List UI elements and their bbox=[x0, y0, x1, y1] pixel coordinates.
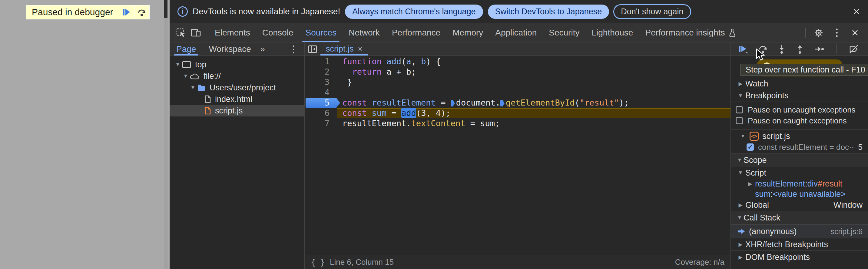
switch-to-japanese-button[interactable]: Switch DevTools to Japanese bbox=[488, 4, 609, 19]
page-scrollbar[interactable] bbox=[164, 0, 168, 269]
line-number-1[interactable]: 1 bbox=[305, 56, 337, 67]
section-scope[interactable]: ▼ Scope bbox=[731, 153, 868, 167]
devtools-close-icon[interactable] bbox=[847, 25, 863, 41]
scope-var-result-element[interactable]: ▶ resultElement : div #result bbox=[731, 179, 868, 189]
scope-script-group[interactable]: ▼ Script bbox=[731, 167, 868, 179]
language-infobar: i DevTools is now available in Japanese!… bbox=[169, 0, 868, 23]
tab-elements[interactable]: Elements bbox=[209, 23, 256, 42]
page-scrollbar-thumb[interactable] bbox=[164, 0, 167, 18]
paused-badge-label: Paused in debugger bbox=[26, 5, 119, 19]
tab-console[interactable]: Console bbox=[256, 23, 300, 42]
chevron-down-icon[interactable]: ▼ bbox=[182, 73, 190, 79]
chevron-down-icon[interactable]: ▼ bbox=[189, 85, 197, 91]
breakpoint-entry[interactable]: ✓ const resultElement = doc⋯ 5 bbox=[731, 141, 868, 153]
collapse-sidebar-icon[interactable] bbox=[305, 43, 320, 56]
tab-lighthouse[interactable]: Lighthouse bbox=[585, 23, 639, 42]
chevron-down-icon[interactable]: ▼ bbox=[736, 170, 745, 176]
tab-application[interactable]: Application bbox=[489, 23, 543, 42]
code-token: resultElement. bbox=[342, 118, 411, 128]
chevron-right-icon[interactable]: ▶ bbox=[736, 81, 745, 87]
toolbar-separator-right bbox=[805, 28, 806, 38]
chevron-right-icon[interactable]: ▶ bbox=[736, 241, 745, 248]
code-text-3[interactable]: } bbox=[337, 77, 731, 87]
tree-item-project-folder[interactable]: ▼ Users/user/project bbox=[169, 82, 304, 93]
chevron-right-icon[interactable]: ▶ bbox=[736, 202, 745, 208]
section-watch-label: Watch bbox=[745, 79, 768, 88]
code-text-1[interactable]: function add(a, b) { bbox=[337, 56, 731, 67]
tab-sources[interactable]: Sources bbox=[299, 23, 343, 42]
chevron-down-icon[interactable]: ▼ bbox=[174, 61, 182, 68]
tree-item-top[interactable]: ▼ top bbox=[169, 59, 304, 70]
code-token: = bbox=[386, 108, 401, 118]
chevron-down-icon[interactable]: ▼ bbox=[736, 215, 744, 221]
section-call-stack[interactable]: ▼ Call Stack bbox=[731, 211, 868, 225]
tree-label: index.html bbox=[215, 95, 252, 104]
tab-memory[interactable]: Memory bbox=[446, 23, 489, 42]
code-text-5[interactable]: const resultElement = document.getElemen… bbox=[337, 98, 731, 108]
code-editor[interactable]: 1function add(a, b) {2 return a + b;3 }4… bbox=[305, 56, 731, 255]
code-text-2[interactable]: return a + b; bbox=[337, 67, 731, 77]
navigator-menu-icon[interactable]: ⋮ bbox=[287, 43, 300, 55]
line-number-7[interactable]: 7 bbox=[305, 118, 337, 129]
pretty-print-icon[interactable]: { } bbox=[311, 258, 325, 267]
checkbox-unchecked-icon[interactable] bbox=[736, 117, 743, 124]
chevron-down-icon[interactable]: ▼ bbox=[736, 157, 744, 163]
step-button[interactable] bbox=[814, 45, 824, 53]
section-watch[interactable]: ▶ Watch bbox=[731, 78, 868, 90]
navigator-tab-page[interactable]: Page bbox=[174, 43, 198, 55]
deactivate-breakpoints-button[interactable] bbox=[848, 44, 859, 54]
code-line-2: 2 return a + b; bbox=[305, 67, 731, 77]
more-options-icon[interactable] bbox=[829, 25, 844, 41]
line-number-2[interactable]: 2 bbox=[305, 67, 337, 77]
inspect-element-icon[interactable] bbox=[173, 25, 188, 41]
code-text-7[interactable]: resultElement.textContent = sum; bbox=[337, 118, 731, 129]
tab-performance-insights[interactable]: Performance insights bbox=[639, 23, 742, 42]
section-dom-breakpoints[interactable]: ▶ DOM Breakpoints bbox=[731, 251, 868, 264]
editor-tab-close-icon[interactable]: × bbox=[358, 44, 363, 54]
step-out-button[interactable] bbox=[796, 44, 804, 54]
chevron-down-icon[interactable]: ▼ bbox=[738, 133, 748, 139]
device-toolbar-icon[interactable] bbox=[188, 25, 204, 41]
section-breakpoints[interactable]: ▼ Breakpoints bbox=[731, 90, 868, 102]
inline-breakpoint-marker[interactable] bbox=[500, 100, 504, 106]
code-text-4[interactable] bbox=[337, 87, 731, 98]
scope-separator: : bbox=[771, 190, 773, 199]
line-number-4[interactable]: 4 bbox=[305, 87, 337, 98]
tab-security[interactable]: Security bbox=[543, 23, 585, 42]
pause-uncaught-exceptions-row[interactable]: Pause on uncaught exceptions bbox=[731, 104, 868, 115]
tree-item-index-html[interactable]: index.html bbox=[169, 93, 304, 105]
breakpoint-file-group[interactable]: ▼ <> script.js bbox=[731, 130, 868, 141]
scope-var-sum[interactable]: sum : <value unavailable> bbox=[731, 189, 868, 199]
chevron-right-icon[interactable]: ▶ bbox=[736, 254, 745, 261]
tab-performance[interactable]: Performance bbox=[386, 23, 446, 42]
scope-global-group[interactable]: ▶ Global Window bbox=[731, 199, 868, 211]
line-number-3[interactable]: 3 bbox=[305, 77, 337, 87]
pause-caught-exceptions-row[interactable]: Pause on caught exceptions bbox=[731, 115, 868, 126]
chevron-down-icon[interactable]: ▼ bbox=[736, 93, 745, 99]
chevron-right-icon[interactable]: ▶ bbox=[745, 181, 755, 187]
line-number-6[interactable]: 6 bbox=[305, 108, 337, 118]
tab-network[interactable]: Network bbox=[343, 23, 386, 42]
resume-script-execution-button[interactable] bbox=[738, 44, 748, 54]
code-text-6[interactable]: const sum = add(3, 4); bbox=[337, 108, 731, 118]
call-stack-frame[interactable]: (anonymous) script.js:6 bbox=[731, 225, 868, 238]
settings-gear-icon[interactable] bbox=[811, 25, 826, 41]
infobar-close-icon[interactable] bbox=[852, 7, 861, 16]
navigator-overflow-icon[interactable]: » bbox=[260, 44, 265, 54]
tree-item-script-js[interactable]: script.js bbox=[169, 105, 304, 116]
step-into-button[interactable] bbox=[777, 44, 786, 54]
script-document-icon bbox=[204, 106, 211, 115]
always-match-language-button[interactable]: Always match Chrome's language bbox=[345, 4, 483, 19]
navigator-tab-workspace[interactable]: Workspace bbox=[206, 43, 253, 55]
tree-label: file:// bbox=[204, 72, 221, 81]
checkbox-unchecked-icon[interactable] bbox=[736, 106, 743, 113]
resume-script-button[interactable] bbox=[119, 5, 134, 19]
editor-tab-script-js[interactable]: script.js × bbox=[320, 43, 368, 55]
section-xhr-breakpoints[interactable]: ▶ XHR/fetch Breakpoints bbox=[731, 238, 868, 251]
breakpoint-marker-line-5[interactable]: 5 bbox=[305, 98, 337, 108]
tree-item-file-protocol[interactable]: ▼ file:// bbox=[169, 70, 304, 82]
dont-show-again-button[interactable]: Don't show again bbox=[613, 4, 691, 19]
inline-breakpoint-marker[interactable] bbox=[451, 100, 455, 106]
checkbox-checked-icon[interactable]: ✓ bbox=[747, 143, 754, 151]
step-over-button-badge[interactable] bbox=[134, 5, 149, 19]
